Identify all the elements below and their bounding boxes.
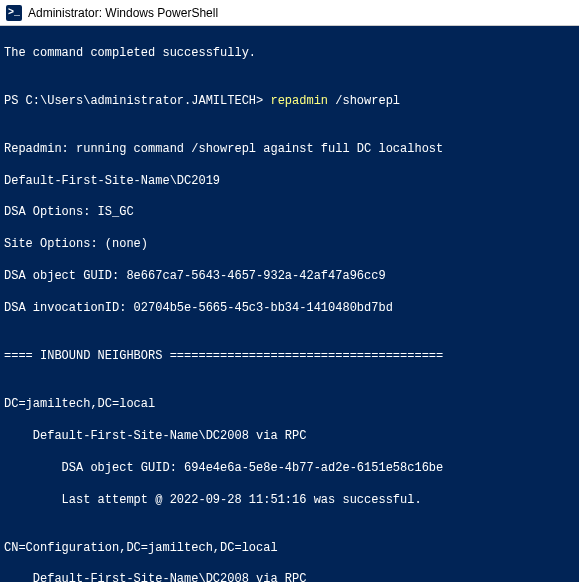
output-line: Default-First-Site-Name\DC2008 via RPC xyxy=(4,429,575,445)
section-header: ==== INBOUND NEIGHBORS =================… xyxy=(4,349,575,365)
entered-command: repadmin xyxy=(270,94,328,108)
command-arg: /showrepl xyxy=(328,94,400,108)
output-line: DSA invocationID: 02704b5e-5665-45c3-bb3… xyxy=(4,301,575,317)
output-line: CN=Configuration,DC=jamiltech,DC=local xyxy=(4,541,575,557)
terminal-output[interactable]: The command completed successfully. PS C… xyxy=(0,26,579,582)
window-title: Administrator: Windows PowerShell xyxy=(28,6,218,20)
window-titlebar[interactable]: >_ Administrator: Windows PowerShell xyxy=(0,0,579,26)
output-line: DSA object GUID: 694e4e6a-5e8e-4b77-ad2e… xyxy=(4,461,575,477)
output-line: Default-First-Site-Name\DC2019 xyxy=(4,174,575,190)
output-line: The command completed successfully. xyxy=(4,46,575,62)
output-line: DC=jamiltech,DC=local xyxy=(4,397,575,413)
output-line: Repadmin: running command /showrepl agai… xyxy=(4,142,575,158)
output-line: Default-First-Site-Name\DC2008 via RPC xyxy=(4,572,575,582)
prompt-line: PS C:\Users\administrator.JAMILTECH> rep… xyxy=(4,94,575,110)
output-line: Site Options: (none) xyxy=(4,237,575,253)
output-line: DSA Options: IS_GC xyxy=(4,205,575,221)
output-line: Last attempt @ 2022-09-28 11:51:16 was s… xyxy=(4,493,575,509)
output-line: DSA object GUID: 8e667ca7-5643-4657-932a… xyxy=(4,269,575,285)
powershell-icon: >_ xyxy=(6,5,22,21)
prompt-path: PS C:\Users\administrator.JAMILTECH> xyxy=(4,94,270,108)
